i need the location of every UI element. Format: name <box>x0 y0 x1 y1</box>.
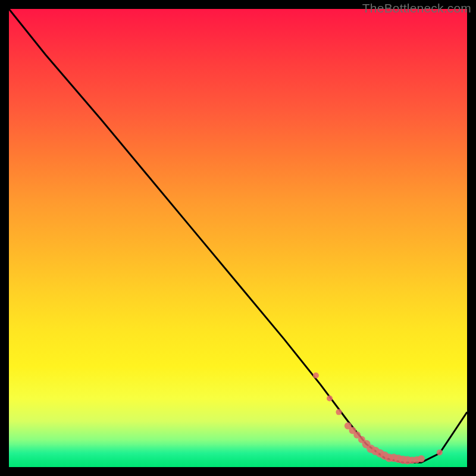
bottleneck-curve <box>9 9 467 462</box>
marker-dot <box>418 455 425 462</box>
plot-area <box>9 9 467 467</box>
marker-dot <box>437 449 443 455</box>
attribution-text: TheBottleneck.com <box>362 1 471 15</box>
curve-layer <box>9 9 467 467</box>
confidence-dots <box>313 372 443 465</box>
marker-dot <box>327 396 333 402</box>
curve-path <box>9 9 467 462</box>
chart-stage: TheBottleneck.com <box>0 0 476 476</box>
marker-dot <box>336 409 342 415</box>
marker-dot <box>313 372 319 378</box>
